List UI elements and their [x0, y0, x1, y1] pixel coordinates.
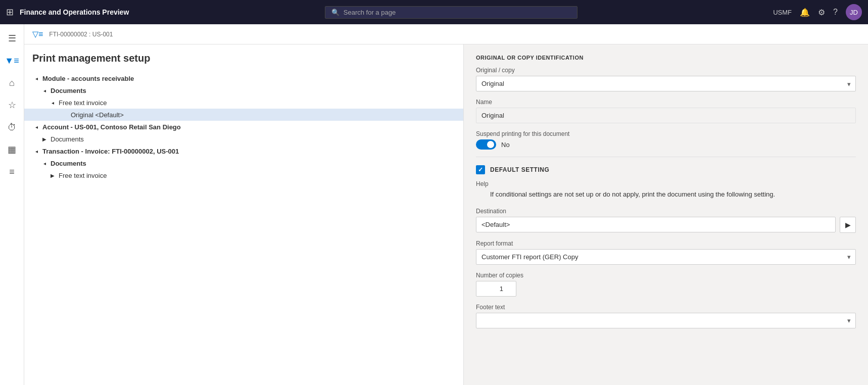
- tree-item-documents1[interactable]: ◂ Documents: [24, 84, 463, 97]
- footer-text-label: Footer text: [476, 304, 856, 311]
- destination-navigate-button[interactable]: ▶: [840, 217, 856, 233]
- breadcrumb: FTI-00000002 : US-001: [49, 31, 113, 38]
- tree-item-transaction[interactable]: ◂ Transaction - Invoice: FTI-00000002, U…: [24, 145, 463, 157]
- tree-toggle-transaction[interactable]: ◂: [32, 147, 40, 155]
- suspend-label: Suspend printing for this document: [476, 130, 856, 137]
- tree-label-account: Account - US-001, Contoso Retail San Die…: [40, 123, 181, 131]
- hamburger-icon[interactable]: ☰: [2, 28, 22, 49]
- section-divider: [476, 157, 856, 157]
- recent-icon[interactable]: ⏱: [2, 117, 22, 137]
- tree-toggle-freetext1[interactable]: ◂: [49, 99, 57, 107]
- tree-toggle-documents3[interactable]: ◂: [40, 159, 49, 167]
- favorites-icon[interactable]: ☆: [2, 95, 22, 115]
- help-field-label: Help: [476, 180, 856, 187]
- home-icon[interactable]: ⌂: [2, 73, 22, 93]
- report-format-select-wrapper: Customer FTI report (GER) Copy: [476, 249, 856, 265]
- tree-toggle-account[interactable]: ◂: [32, 123, 40, 131]
- tree-panel: Print management setup ◂ Module - accoun…: [24, 44, 464, 385]
- search-input[interactable]: [344, 9, 571, 16]
- nav-right: USMF 🔔 ⚙ ? JD: [773, 4, 862, 20]
- tree-toggle-documents1[interactable]: ◂: [40, 86, 49, 94]
- settings-icon[interactable]: ⚙: [818, 8, 825, 17]
- tree-item-documents2[interactable]: ▶ Documents: [24, 133, 463, 145]
- default-setting-header: DEFAULT SETTING: [476, 165, 856, 174]
- tree-label-documents3: Documents: [49, 160, 86, 167]
- user-avatar[interactable]: JD: [846, 4, 862, 20]
- tree-toggle-freetext2[interactable]: ▶: [49, 171, 57, 179]
- default-setting-section: DEFAULT SETTING Help If conditional sett…: [476, 165, 856, 328]
- original-copy-section-header: ORIGINAL OR COPY IDENTIFICATION: [476, 55, 856, 61]
- copies-input[interactable]: [476, 281, 516, 297]
- destination-label: Destination: [476, 208, 856, 215]
- tree-label-freetext2: Free text invoice: [57, 172, 107, 179]
- tree-item-original-default[interactable]: Original <Default>: [24, 109, 463, 121]
- copies-label: Number of copies: [476, 272, 856, 279]
- report-format-select[interactable]: Customer FTI report (GER) Copy: [476, 249, 856, 265]
- copies-group: Number of copies: [476, 272, 856, 297]
- app-title: Finance and Operations Preview: [20, 8, 129, 16]
- footer-text-select[interactable]: [476, 313, 856, 328]
- tree-label-freetext1: Free text invoice: [57, 99, 107, 107]
- suspend-toggle[interactable]: [476, 139, 496, 150]
- footer-text-group: Footer text: [476, 304, 856, 328]
- destination-group: Destination ▶: [476, 208, 856, 233]
- name-group: Name: [476, 99, 856, 123]
- report-format-label: Report format: [476, 240, 856, 247]
- default-setting-checkbox[interactable]: [476, 165, 485, 174]
- original-copy-select-wrapper: OriginalCopy: [476, 76, 856, 91]
- suspend-group: Suspend printing for this document No: [476, 130, 856, 150]
- help-icon[interactable]: ?: [833, 8, 838, 17]
- tree-label-documents2: Documents: [49, 135, 84, 143]
- modules-icon[interactable]: ≡: [2, 162, 22, 182]
- search-icon: 🔍: [331, 9, 340, 16]
- tree-item-module[interactable]: ◂ Module - accounts receivable: [24, 72, 463, 84]
- search-bar[interactable]: 🔍: [325, 6, 577, 19]
- tree-item-account[interactable]: ◂ Account - US-001, Contoso Retail San D…: [24, 121, 463, 133]
- original-copy-group: Original / copy OriginalCopy: [476, 67, 856, 91]
- footer-text-select-wrapper: [476, 313, 856, 328]
- tree-label-original-default: Original <Default>: [69, 111, 124, 119]
- toolbar-filter-icon[interactable]: ▽≡: [32, 29, 43, 39]
- toolbar: ▽≡ FTI-00000002 : US-001: [24, 24, 868, 44]
- help-text: If conditional settings are not set up o…: [476, 189, 856, 200]
- app-grid-icon[interactable]: ⊞: [6, 7, 14, 18]
- workspaces-icon[interactable]: ▦: [2, 139, 22, 160]
- help-group: Help If conditional settings are not set…: [476, 180, 856, 200]
- report-format-group: Report format Customer FTI report (GER) …: [476, 240, 856, 265]
- left-sidebar: ☰ ▼≡ ⌂ ☆ ⏱ ▦ ≡: [0, 24, 24, 385]
- tree-item-freetext1[interactable]: ◂ Free text invoice: [24, 97, 463, 109]
- name-label: Name: [476, 99, 856, 106]
- main-content: Print management setup ◂ Module - accoun…: [24, 44, 868, 385]
- name-input: [476, 108, 856, 123]
- tree-toggle-documents2[interactable]: ▶: [40, 135, 49, 143]
- original-copy-label: Original / copy: [476, 67, 856, 74]
- original-copy-select[interactable]: OriginalCopy: [476, 76, 856, 91]
- tree-toggle-original: [61, 111, 69, 119]
- nav-user-label: USMF: [773, 9, 792, 16]
- destination-row: ▶: [476, 217, 856, 233]
- tree-toggle-module[interactable]: ◂: [32, 74, 40, 82]
- suspend-toggle-row: No: [476, 139, 856, 150]
- suspend-value-label: No: [501, 141, 510, 149]
- default-setting-label: DEFAULT SETTING: [490, 166, 549, 173]
- tree-label-module: Module - accounts receivable: [40, 75, 134, 82]
- page-title: Print management setup: [24, 53, 463, 72]
- filter-icon[interactable]: ▼≡: [2, 51, 22, 71]
- notification-icon[interactable]: 🔔: [800, 8, 810, 17]
- tree-item-documents3[interactable]: ◂ Documents: [24, 157, 463, 169]
- tree-label-documents1: Documents: [49, 87, 86, 94]
- form-panel: ORIGINAL OR COPY IDENTIFICATION Original…: [464, 44, 868, 385]
- tree-item-freetext2[interactable]: ▶ Free text invoice: [24, 169, 463, 181]
- tree-label-transaction: Transaction - Invoice: FTI-00000002, US-…: [40, 148, 179, 155]
- destination-input[interactable]: [476, 217, 836, 232]
- top-navigation: ⊞ Finance and Operations Preview 🔍 USMF …: [0, 0, 868, 24]
